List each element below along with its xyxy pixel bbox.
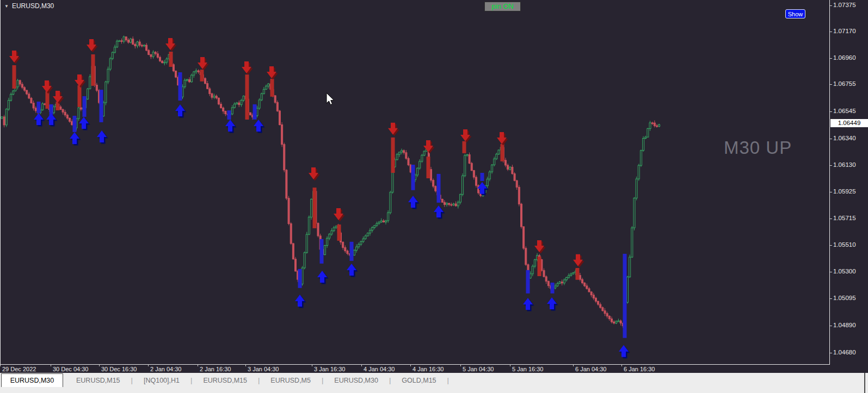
time-tick-label: 2 Jan 04:30 xyxy=(150,366,182,372)
chart-symbol-label: ▼ EURUSD,M30 xyxy=(4,2,54,10)
price-tick-label: 1.05095 xyxy=(833,295,856,301)
time-tick-label: 3 Jan 16:30 xyxy=(314,366,346,372)
price-axis: 1.073751.071701.069601.067551.065451.063… xyxy=(830,0,868,364)
price-tick-mark xyxy=(830,111,832,112)
price-tick-mark xyxy=(830,326,832,326)
time-tick-label: 30 Dec 04:30 xyxy=(53,366,88,372)
time-tick-mark xyxy=(621,364,622,366)
time-tick-label: 6 Jan 04:30 xyxy=(575,366,607,372)
chart-left-border xyxy=(0,0,1,364)
price-tick-mark xyxy=(830,58,832,59)
time-tick-label: 5 Jan 16:30 xyxy=(512,366,544,372)
price-tick-label: 1.06545 xyxy=(833,108,856,114)
price-tick-label: 1.05300 xyxy=(833,268,856,275)
time-tick-mark xyxy=(312,364,312,366)
time-tick-label: 6 Jan 16:30 xyxy=(624,366,655,372)
time-tick-label: 2 Jan 16:30 xyxy=(200,366,231,372)
price-tick-mark xyxy=(830,353,832,353)
price-tick-mark xyxy=(830,298,832,299)
time-tick-mark xyxy=(460,364,461,366)
chart-tab-active[interactable]: EURUSD,M30 xyxy=(1,373,63,387)
time-tick-mark xyxy=(361,364,362,366)
price-tick-mark xyxy=(830,165,832,166)
time-tick-label: 29 Dec 2022 xyxy=(2,366,36,372)
timeframe-watermark: M30 UP xyxy=(724,138,792,158)
price-tick-mark xyxy=(830,245,832,246)
pin-toggle-button[interactable]: pin ON xyxy=(484,2,521,11)
price-tick-label: 1.05925 xyxy=(833,188,856,195)
mouse-cursor xyxy=(325,92,335,107)
price-tick-label: 1.06960 xyxy=(833,54,856,61)
current-price-badge: 1.06449 xyxy=(830,119,868,127)
time-tick-label: 30 Dec 16:30 xyxy=(101,366,137,372)
chart-tab-bar: ◄ ► EURUSD,M30EURUSD,M15|[NQ100],H1|EURU… xyxy=(0,373,868,393)
time-tick-label: 4 Jan 04:30 xyxy=(364,366,395,372)
price-tick-label: 1.06340 xyxy=(833,135,856,141)
price-tick-mark xyxy=(830,5,832,6)
price-tick-label: 1.04890 xyxy=(833,322,856,328)
time-tick-label: 5 Jan 04:30 xyxy=(463,366,494,372)
price-tick-label: 1.07375 xyxy=(833,2,856,8)
price-tick-mark xyxy=(830,84,832,85)
price-tick-label: 1.05510 xyxy=(833,241,856,248)
tab-separator: | xyxy=(447,376,449,384)
chart-tab[interactable]: EURUSD,M15 xyxy=(192,377,258,384)
price-tick-label: 1.07170 xyxy=(833,28,856,34)
chart-tab[interactable]: GOLD,M15 xyxy=(391,377,447,384)
price-tick-mark xyxy=(830,192,832,192)
time-axis: 29 Dec 202230 Dec 04:3030 Dec 16:302 Jan… xyxy=(0,365,829,373)
time-tick-mark xyxy=(245,364,246,366)
chart-tab[interactable]: EURUSD,M5 xyxy=(260,377,322,384)
time-tick-mark xyxy=(51,364,51,366)
time-tick-mark xyxy=(148,364,149,366)
show-button[interactable]: Show xyxy=(785,9,805,18)
time-tick-mark xyxy=(510,364,510,366)
time-tick-mark xyxy=(573,364,574,366)
price-tick-label: 1.06130 xyxy=(833,161,856,168)
time-tick-mark xyxy=(410,364,411,366)
chart-canvas[interactable]: ▼ EURUSD,M30 pin ON Show M30 UP xyxy=(0,0,829,364)
price-tick-label: 1.06755 xyxy=(833,80,856,87)
price-tick-label: 1.04680 xyxy=(833,349,856,355)
symbol-text: EURUSD,M30 xyxy=(12,2,54,10)
time-tick-mark xyxy=(0,364,1,366)
time-tick-label: 4 Jan 16:30 xyxy=(413,366,444,372)
candlestick-chart[interactable] xyxy=(0,0,829,364)
time-tick-mark xyxy=(198,364,198,366)
chart-tab[interactable]: EURUSD,M30 xyxy=(323,377,389,384)
price-tick-mark xyxy=(830,219,832,219)
time-tick-label: 3 Jan 04:30 xyxy=(248,366,279,372)
chart-tab[interactable]: [NQ100],H1 xyxy=(133,377,190,384)
window-edge xyxy=(864,373,865,393)
chart-tab[interactable]: EURUSD,M15 xyxy=(65,377,131,384)
time-tick-mark xyxy=(99,364,100,366)
mt4-window: ▼ EURUSD,M30 pin ON Show M30 UP 1.073751… xyxy=(0,0,868,393)
price-tick-label: 1.05715 xyxy=(833,215,856,221)
price-tick-mark xyxy=(830,32,832,32)
chevron-down-icon[interactable]: ▼ xyxy=(4,4,9,9)
chart-tab-row: EURUSD,M15|[NQ100],H1|EURUSD,M15|EURUSD,… xyxy=(65,373,449,387)
price-tick-mark xyxy=(830,272,832,272)
price-tick-mark xyxy=(830,139,832,139)
